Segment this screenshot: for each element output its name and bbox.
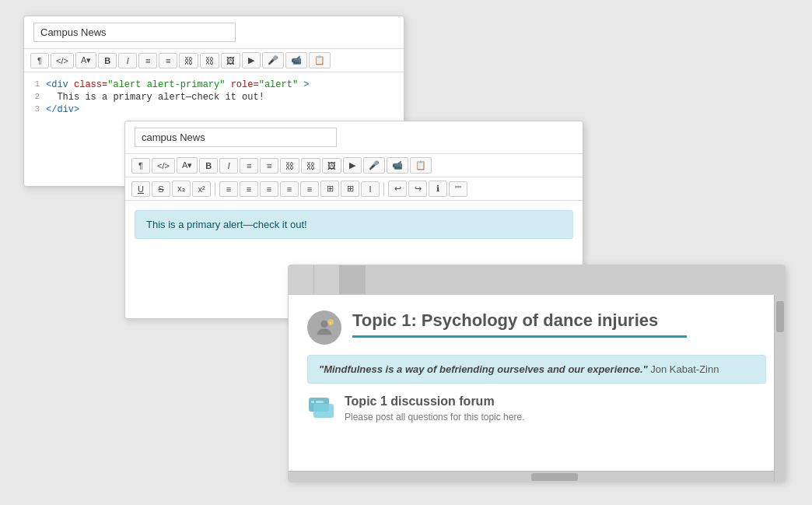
tb2-redo[interactable]: ↪ bbox=[408, 181, 427, 197]
tb2-ulist[interactable]: ≡ bbox=[240, 158, 258, 174]
topic-body: ? Topic 1: Psychology of dance injuries … bbox=[289, 295, 785, 482]
svg-rect-4 bbox=[313, 404, 334, 418]
tb2-info[interactable]: ℹ bbox=[429, 181, 447, 197]
toolbar-copy-btn[interactable]: 📋 bbox=[309, 52, 331, 68]
tb2-table[interactable]: ⊞ bbox=[320, 181, 339, 197]
topic-tab-2[interactable] bbox=[314, 265, 340, 294]
tb2-subscript[interactable]: x₂ bbox=[172, 181, 191, 197]
tb2-align-center[interactable]: ≡ bbox=[240, 181, 258, 197]
toolbar-code-btn[interactable]: </> bbox=[51, 53, 74, 68]
tb2-image[interactable]: 🖼 bbox=[322, 158, 341, 174]
tb2-copy[interactable]: 📋 bbox=[410, 157, 432, 174]
editor-title-bar-2 bbox=[125, 121, 583, 154]
editor-title-bar-1 bbox=[24, 16, 404, 49]
forum-info: Topic 1 discussion forum Please post all… bbox=[345, 395, 524, 423]
toolbar-italic-btn[interactable]: I bbox=[118, 53, 137, 68]
topic-title-row: ? Topic 1: Psychology of dance injuries bbox=[307, 310, 766, 349]
tb2-underline[interactable]: U bbox=[131, 181, 150, 197]
tb2-indent[interactable]: ≡ bbox=[280, 181, 299, 197]
quote-box: "Mindfulness is a way of befriending our… bbox=[307, 355, 766, 384]
topic-tabs-header bbox=[289, 265, 785, 295]
line-number-3: 3 bbox=[27, 104, 46, 114]
code-text-2: This is a primary alert—check it out! bbox=[46, 92, 404, 103]
tb2-table2[interactable]: ⊞ bbox=[341, 181, 359, 197]
toolbar-audio-btn[interactable]: 🎤 bbox=[262, 52, 284, 68]
scrollbar-vertical[interactable] bbox=[774, 295, 785, 482]
toolbar-divider-2 bbox=[383, 182, 384, 196]
scrollbar-thumb-h bbox=[531, 473, 578, 481]
topic-avatar: ? bbox=[307, 310, 341, 345]
svg-rect-5 bbox=[311, 401, 314, 403]
toolbar-media-btn[interactable]: 📹 bbox=[285, 52, 307, 68]
toolbar-list-btn[interactable]: ≡ bbox=[138, 53, 157, 68]
toolbar-video-btn[interactable]: ▶ bbox=[242, 52, 261, 68]
code-editor-content[interactable]: 1 <div class="alert alert-primary" role=… bbox=[24, 72, 404, 122]
quote-text: "Mindfulness is a way of befriending our… bbox=[319, 363, 648, 375]
tb2-align-left[interactable]: ≡ bbox=[219, 181, 238, 197]
code-line-2: 2 This is a primary alert—check it out! bbox=[24, 91, 404, 103]
alert-preview-text: This is a primary alert—check it out! bbox=[146, 219, 307, 230]
code-line-3: 3 </div> bbox=[24, 103, 404, 116]
topic-title-container: Topic 1: Psychology of dance injuries bbox=[352, 310, 687, 349]
tb2-align-right[interactable]: ≡ bbox=[260, 181, 278, 197]
code-text-3: </div> bbox=[46, 104, 404, 115]
tb2-superscript[interactable]: x² bbox=[192, 181, 211, 197]
topic-tab-1[interactable] bbox=[289, 265, 314, 294]
line-number-2: 2 bbox=[27, 92, 46, 101]
tb2-line[interactable]: I bbox=[361, 181, 380, 197]
topic-tab-3[interactable] bbox=[340, 265, 366, 294]
svg-point-0 bbox=[320, 321, 327, 328]
line-number-1: 1 bbox=[27, 79, 46, 89]
wysiwyg-content[interactable]: This is a primary alert—check it out! bbox=[125, 201, 583, 248]
toolbar-image-btn[interactable]: 🖼 bbox=[221, 53, 240, 68]
tb2-unlink[interactable]: ⛓ bbox=[301, 158, 320, 174]
topic-title: Topic 1: Psychology of dance injuries bbox=[352, 310, 687, 331]
wysiwyg-toolbar-row1: ¶ </> A▾ B I ≡ ≡ ⛓ ⛓ 🖼 ▶ 🎤 📹 📋 bbox=[125, 154, 583, 177]
tb2-code[interactable]: </> bbox=[152, 158, 175, 174]
forum-row: Topic 1 discussion forum Please post all… bbox=[307, 395, 766, 423]
toolbar-olist-btn[interactable]: ≡ bbox=[159, 53, 177, 68]
tb2-outdent[interactable]: ≡ bbox=[300, 181, 319, 197]
forum-chat-icon bbox=[307, 395, 335, 423]
tb2-video[interactable]: ▶ bbox=[343, 157, 362, 174]
topic-title-underline bbox=[352, 335, 687, 338]
quote-author: Jon Kabat-Zinn bbox=[650, 363, 719, 375]
scrollbar-horizontal[interactable] bbox=[289, 471, 774, 482]
forum-desc: Please post all questions for this topic… bbox=[345, 412, 524, 423]
toolbar-link-btn[interactable]: ⛓ bbox=[179, 53, 198, 68]
svg-rect-6 bbox=[316, 401, 324, 403]
tb2-link[interactable]: ⛓ bbox=[280, 158, 299, 174]
code-line-1: 1 <div class="alert alert-primary" role=… bbox=[24, 79, 404, 91]
alert-preview: This is a primary alert—check it out! bbox=[135, 210, 573, 239]
toolbar-bold-btn[interactable]: B bbox=[98, 53, 117, 68]
editor-title-input-2[interactable] bbox=[135, 128, 337, 147]
forum-title: Topic 1 discussion forum bbox=[345, 395, 524, 409]
tb2-paragraph[interactable]: ¶ bbox=[131, 158, 150, 174]
forum-icon bbox=[307, 395, 335, 423]
topic-view-card: ? Topic 1: Psychology of dance injuries … bbox=[288, 265, 786, 482]
wysiwyg-toolbar-row2: U S x₂ x² ≡ ≡ ≡ ≡ ≡ ⊞ ⊞ I ↩ ↪ ℹ "" bbox=[125, 177, 583, 201]
tb2-font[interactable]: A▾ bbox=[177, 157, 198, 174]
editor-title-input-1[interactable] bbox=[33, 23, 236, 42]
toolbar-paragraph-btn[interactable]: ¶ bbox=[30, 53, 49, 68]
scrollbar-thumb-v bbox=[776, 301, 784, 332]
toolbar-divider-1 bbox=[215, 182, 215, 196]
code-editor-toolbar: ¶ </> A▾ B I ≡ ≡ ⛓ ⛓ 🖼 ▶ 🎤 📹 📋 bbox=[24, 49, 404, 72]
tb2-media[interactable]: 📹 bbox=[387, 157, 408, 174]
code-text-1: <div class="alert alert-primary" role="a… bbox=[46, 79, 404, 90]
tb2-bold[interactable]: B bbox=[199, 158, 218, 174]
tb2-italic[interactable]: I bbox=[219, 158, 238, 174]
tb2-undo[interactable]: ↩ bbox=[388, 181, 407, 197]
user-icon: ? bbox=[313, 317, 335, 338]
svg-text:?: ? bbox=[329, 322, 331, 326]
toolbar-unlink-btn[interactable]: ⛓ bbox=[200, 53, 219, 68]
toolbar-font-btn[interactable]: A▾ bbox=[75, 52, 96, 68]
tb2-quote[interactable]: "" bbox=[449, 181, 467, 197]
tb2-audio[interactable]: 🎤 bbox=[363, 157, 385, 174]
tb2-strike[interactable]: S bbox=[152, 181, 170, 197]
tb2-olist[interactable]: ≡ bbox=[260, 158, 278, 174]
